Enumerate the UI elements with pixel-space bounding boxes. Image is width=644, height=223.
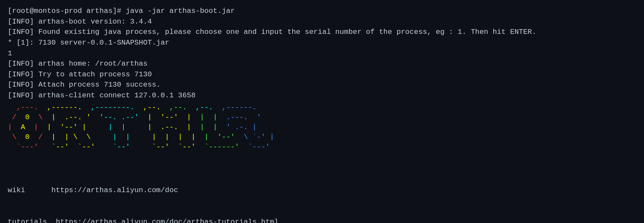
wiki-info-table: wiki https://arthas.aliyun.com/doc tutor… — [8, 164, 636, 223]
command-text: java -jar arthas-boot.jar — [125, 7, 235, 15]
info-line-3: [INFO] arthas home: /root/arthas — [8, 59, 636, 69]
ascii-row-1: ,---. ,------. ,--------. ,--. ,--. ,--.… — [8, 103, 636, 113]
user-input-line: 1 — [8, 48, 636, 59]
ascii-row-3: | A | | '--' | | | | .--. | | | ' .-. | — [8, 123, 636, 133]
command-line: [root@montos-prod arthas]# java -jar art… — [8, 6, 636, 17]
ascii-row-4: \ 0 / | | \ \ | | | | | | | '--' \ `-' | — [8, 133, 636, 142]
info-line-5: [INFO] Attach process 7130 success. — [8, 80, 636, 90]
info-line-1: [INFO] arthas-boot version: 3.4.4 — [8, 17, 636, 27]
terminal-window: [root@montos-prod arthas]# java -jar art… — [8, 6, 636, 217]
tutorials-row: tutorials https://arthas.aliyun.com/doc/… — [8, 217, 636, 223]
ascii-row-5: `---' `--' `--' `--' `--' `--' `------' … — [8, 142, 636, 152]
info-line-6: [INFO] arthas-client connect 127.0.0.1 3… — [8, 90, 636, 101]
wiki-row: wiki https://arthas.aliyun.com/doc — [8, 185, 636, 196]
info-line-4: [INFO] Try to attach process 7130 — [8, 69, 636, 80]
tutorials-url: https://arthas.aliyun.com/doc/arthas-tut… — [56, 218, 278, 223]
wiki-url: https://arthas.aliyun.com/doc — [51, 186, 178, 194]
tutorials-label: tutorials — [8, 218, 47, 223]
wiki-label: wiki — [8, 186, 25, 194]
info-line-2: [INFO] Found existing java process, plea… — [8, 27, 636, 38]
root-prompt: [root@montos-prod arthas]# — [8, 7, 125, 15]
process-line: * [1]: 7130 server-0.0.1-SNAPSHOT.jar — [8, 38, 636, 48]
blank-line — [8, 154, 636, 164]
arthas-ascii-logo: ,---. ,------. ,--------. ,--. ,--. ,--.… — [8, 103, 636, 152]
ascii-row-2: / 0 \ | .--. ' '--. .--' | '--' | | | .-… — [8, 113, 636, 123]
